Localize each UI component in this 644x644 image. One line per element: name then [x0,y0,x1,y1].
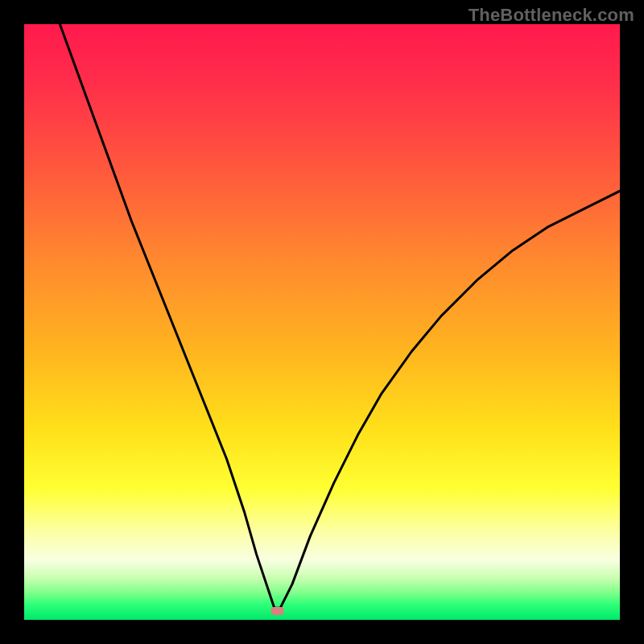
watermark: TheBottleneck.com [469,5,634,26]
optimal-marker [271,607,284,615]
chart-frame: TheBottleneck.com [0,0,644,644]
bottleneck-curve [24,24,620,620]
plot-area [24,24,620,620]
